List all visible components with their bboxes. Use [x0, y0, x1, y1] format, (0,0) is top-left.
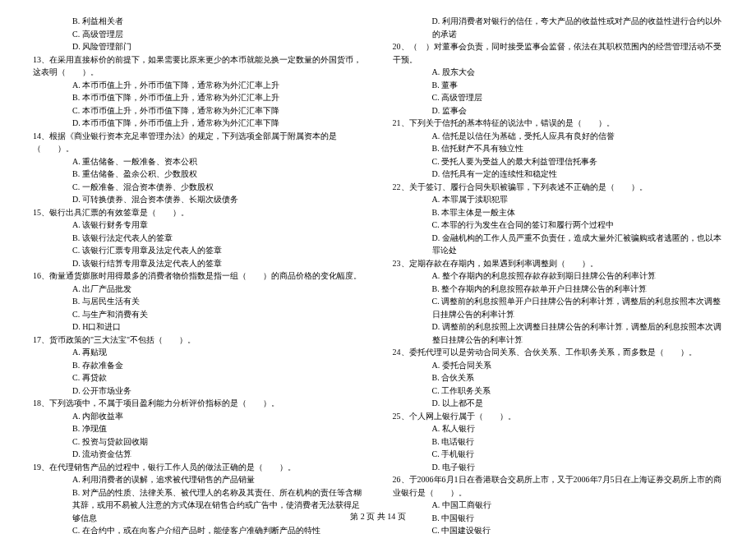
- q12-opt-c: C. 高级管理层: [33, 28, 364, 41]
- q19-text: 19、在代理销售产品的过程中，银行工作人员的做法正确的是（ ）。: [33, 461, 364, 474]
- q24-opt-d: D. 以上都不是: [393, 397, 724, 410]
- q14-opt-d: D. 可转换债券、混合资本债券、长期次级债务: [33, 193, 364, 206]
- q22-opt-a: A. 本罪属于渎职犯罪: [393, 193, 724, 206]
- q18-opt-a: A. 内部收益率: [33, 410, 364, 423]
- q12-opt-b: B. 利益相关者: [33, 15, 364, 28]
- q19-opt-d: D. 利用消费者对银行的信任，夸大产品的收益性或对产品的收益性进行合约以外的承诺: [393, 15, 724, 40]
- q21-opt-b: B. 信托财产不具有独立性: [393, 142, 724, 155]
- q21-opt-a: A. 信托是以信任为基础，受托人应具有良好的信誉: [393, 130, 724, 143]
- q14-opt-a: A. 重估储备、一般准备、资本公积: [33, 155, 364, 168]
- q13-opt-d: D. 本币币值下降，外币币值上升，通常称为外汇汇率下降: [33, 117, 364, 130]
- q15-text: 15、银行出具汇票的有效签章是（ ）。: [33, 206, 364, 219]
- q17-text: 17、货币政策的"三大法宝"不包括（ ）。: [33, 334, 364, 347]
- q23-opt-d: D. 调整前的利息按照上次调整日挂牌公告的利率计算，调整后的利息按照本次调整日挂…: [393, 320, 724, 346]
- q14-text: 14、根据《商业银行资本充足率管理办法》的规定，下列选项全部属于附属资本的是（ …: [33, 130, 364, 155]
- q21-text: 21、下列关于信托的基本特征的说法中，错误的是（ ）。: [393, 117, 724, 130]
- q20-opt-c: C. 高级管理层: [393, 91, 724, 104]
- q13-text: 13、在采用直接标价的前提下，如果需要比原来更少的本币就能兑换一定数量的外国货币…: [33, 53, 364, 79]
- q14-opt-b: B. 重估储备、盈余公积、少数股权: [33, 168, 364, 181]
- q19-opt-a: A. 利用消费者的误解，追求被代理销售的产品销量: [33, 473, 364, 486]
- q13-opt-c: C. 本币币值上升，外币币值下降，通常称为外汇汇率下降: [33, 104, 364, 117]
- q25-opt-c: C. 手机银行: [393, 448, 724, 461]
- q18-opt-c: C. 投资与贷款回收期: [33, 435, 364, 449]
- q21-opt-d: D. 信托具有一定的连续性和稳定性: [393, 168, 724, 181]
- q25-text: 25、个人网上银行属于（ ）。: [393, 410, 724, 423]
- q17-opt-b: B. 存款准备金: [33, 359, 364, 372]
- q21-opt-c: C. 受托人要为受益人的最大利益管理信托事务: [393, 155, 724, 168]
- q17-opt-d: D. 公开市场业务: [33, 384, 364, 398]
- q25-opt-a: A. 私人银行: [393, 422, 724, 435]
- q24-opt-a: A. 委托合同关系: [393, 359, 724, 372]
- q22-opt-d: D. 金融机构的工作人员严重不负责任，造成大量外汇被骗购或者逃匿的，也以本罪论处: [393, 232, 724, 257]
- q12-opt-d: D. 风险管理部门: [33, 40, 364, 53]
- q24-text: 24、委托代理可以是劳动合同关系、合伙关系、工作职务关系，而多数是（ ）。: [393, 346, 724, 359]
- q15-opt-b: B. 该银行法定代表人的签章: [33, 232, 364, 245]
- q15-opt-a: A. 该银行财务专用章: [33, 219, 364, 232]
- q20-opt-b: B. 董事: [393, 79, 724, 92]
- q24-opt-c: C. 工作职务关系: [393, 384, 724, 398]
- q23-opt-a: A. 整个存期内的利息按照存款存款到期日挂牌公告的利率计算: [393, 269, 724, 283]
- q15-opt-c: C. 该银行汇票专用章及法定代表人的签章: [33, 244, 364, 257]
- page-footer: 第 2 页 共 14 页: [0, 510, 756, 523]
- q20-opt-a: A. 股东大会: [393, 66, 724, 79]
- q23-text: 23、定期存款在存期内，如果遇到利率调整则（ ）。: [393, 257, 724, 270]
- q20-text: 20、（ ）对董事会负责，同时接受监事会监督，依法在其职权范围内的经营管理活动不…: [393, 40, 724, 66]
- q16-opt-c: C. 与生产和消费有关: [33, 308, 364, 321]
- q17-opt-c: C. 再贷款: [33, 371, 364, 384]
- q23-opt-c: C. 调整前的利息按照单开户日挂牌公告的利率计算，调整后的利息按照本次调整日挂牌…: [393, 295, 724, 320]
- q16-opt-b: B. 与居民生活有关: [33, 295, 364, 308]
- q16-text: 16、衡量通货膨胀时用得最多的消费者物价指数是指一组（ ）的商品价格的变化幅度。: [33, 269, 364, 283]
- q26-opt-c: C. 中国建设银行: [393, 524, 724, 534]
- q26-text: 26、于2006年6月1日在香港联合交易所上市，又于2006年7月5日在上海证券…: [393, 473, 724, 499]
- q16-opt-d: D. H口和进口: [33, 320, 364, 334]
- left-column: B. 利益相关者 C. 高级管理层 D. 风险管理部门 13、在采用直接标价的前…: [33, 15, 364, 534]
- q16-opt-a: A. 出厂产品批发: [33, 283, 364, 296]
- right-column: D. 利用消费者对银行的信任，夸大产品的收益性或对产品的收益性进行合约以外的承诺…: [393, 15, 724, 534]
- q14-opt-c: C. 一般准备、混合资本债券、少数股权: [33, 181, 364, 194]
- q24-opt-b: B. 合伙关系: [393, 371, 724, 384]
- q15-opt-d: D. 该银行结算专用章及法定代表人的签章: [33, 257, 364, 270]
- q22-opt-c: C. 本罪的行为发生在合同的签订和履行两个过程中: [393, 219, 724, 232]
- q17-opt-a: A. 再贴现: [33, 346, 364, 359]
- q18-opt-b: B. 净现值: [33, 422, 364, 435]
- q23-opt-b: B. 整个存期内的利息按照存款单开户日挂牌公告的利率计算: [393, 283, 724, 296]
- q25-opt-d: D. 电子银行: [393, 461, 724, 474]
- q13-opt-b: B. 本币币值下降，外币币值上升，通常称为外汇汇率上升: [33, 91, 364, 104]
- q20-opt-d: D. 监事会: [393, 104, 724, 117]
- q13-opt-a: A. 本币币值上升，外币币值下降，通常称为外汇汇率上升: [33, 79, 364, 92]
- q25-opt-b: B. 电话银行: [393, 435, 724, 449]
- q18-text: 18、下列选项中，不属于项目盈利能力分析评价指标的是（ ）。: [33, 397, 364, 410]
- q18-opt-d: D. 流动资金估算: [33, 448, 364, 461]
- q19-opt-c: C. 在合约中，或在向客户介绍产品时，能使客户准确判断产品的特性: [33, 524, 364, 534]
- q22-text: 22、关于签订、履行合同失职被骗罪，下列表述不正确的是（ ）。: [393, 181, 724, 194]
- q22-opt-b: B. 本罪主体是一般主体: [393, 206, 724, 219]
